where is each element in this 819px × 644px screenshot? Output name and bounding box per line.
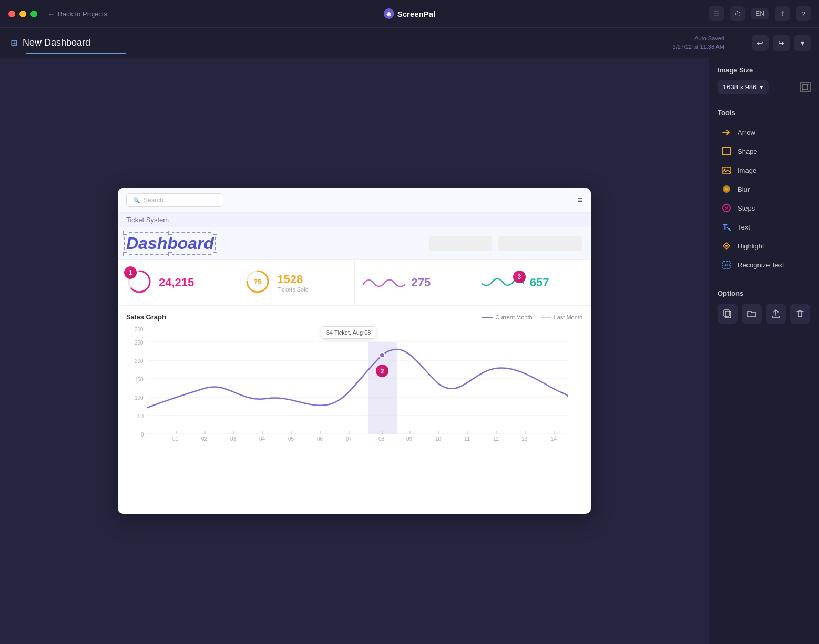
back-button[interactable]: ← Back to Projects [48,10,107,18]
tool-arrow[interactable]: Arrow [718,123,811,142]
tool-blur-label: Blur [738,185,750,193]
minimize-button[interactable] [19,11,26,17]
stat-card-4: 3 657 [473,260,591,305]
search-placeholder: Search... [144,196,169,204]
screenpal-logo: ◉ [384,8,394,19]
svg-text:AB: AB [724,263,730,267]
tool-recognize-text[interactable]: AB Recognize Text [718,255,811,274]
svg-rect-66 [724,310,729,316]
options-title: Options [718,289,811,297]
tool-highlight[interactable]: Highlight [718,236,811,255]
maximize-button[interactable] [30,11,37,17]
language-button[interactable]: EN [751,8,769,19]
svg-text:04: 04 [259,436,265,442]
svg-text:03: 03 [230,436,237,442]
open-folder-button[interactable] [742,304,762,324]
sales-graph-svg: 0 50 100 150 200 250 300 [126,326,573,442]
svg-rect-65 [725,311,731,318]
screenshot-topbar: 🔍 Search... ≡ [118,188,591,213]
tool-blur[interactable]: Blur [718,180,811,199]
dashboard-header-area: Dashboard [118,227,591,260]
autosave-label: Auto Saved [673,35,724,43]
svg-text:250: 250 [135,340,144,346]
header-actions: ↩ ↪ ▾ [752,35,811,51]
tool-steps-label: Steps [738,204,755,212]
graph-tooltip: 64 Ticket, Aug 08 [321,326,376,339]
divider-1 [718,101,811,101]
copy-button[interactable] [718,304,738,324]
resize-svg [802,84,809,91]
undo-button[interactable]: ↩ [752,35,769,51]
svg-rect-50 [802,84,807,89]
image-size-text: 1638 x 986 [723,83,756,91]
autosave-time: 9/27/22 at 11:38 AM [673,43,724,51]
legend-current: Current Month [482,314,532,320]
tooltip-text: 64 Ticket, Aug 08 [326,329,371,336]
help-icon-btn[interactable]: ? [796,6,811,21]
stat-value-1: 24,215 [159,276,194,289]
doc-icon: ⊞ [11,38,17,48]
search-icon: 🔍 [133,197,140,204]
menu-icon-btn[interactable]: ☰ [709,6,724,21]
legend-last: Last Month [541,314,582,320]
close-button[interactable] [8,11,15,17]
stat-card-1: 1 24,215 [118,260,236,305]
tool-steps[interactable]: 2 Steps [718,199,811,217]
stat-card-3: 275 [355,260,473,305]
sales-header: Sales Graph Current Month Last Month [126,313,582,321]
canvas-area[interactable]: 🔍 Search... ≡ Ticket System [0,58,709,644]
svg-text:02: 02 [201,436,208,442]
tool-text[interactable]: T Text [718,217,811,236]
legend-last-label: Last Month [554,314,582,320]
image-size-title: Image Size [718,66,811,74]
editor-header: ⊞ New Dashboard Auto Saved 9/27/22 at 11… [0,27,819,58]
svg-point-62 [725,245,728,247]
ticket-section-label: Ticket System [118,213,591,227]
shape-icon [721,146,732,157]
svg-text:09: 09 [406,436,413,442]
svg-rect-52 [722,167,731,173]
screenshot-search[interactable]: 🔍 Search... [126,193,223,207]
svg-text:50: 50 [138,413,144,419]
svg-text:08: 08 [378,436,385,442]
export-button[interactable] [766,304,786,324]
history-icon-btn[interactable]: ⏱ [730,6,745,21]
svg-point-56 [725,188,728,190]
svg-text:2: 2 [725,206,728,211]
image-size-value[interactable]: 1638 x 986 ▾ [718,80,769,94]
title-underline [26,53,126,54]
svg-text:12: 12 [493,436,499,442]
image-size-control: 1638 x 986 ▾ [718,80,811,94]
step-badge-1: 1 [124,266,137,279]
app-title: ◉ ScreenPal [384,8,436,19]
window-controls [8,11,37,17]
tool-image[interactable]: Image [718,161,811,180]
autosave-info: Auto Saved 9/27/22 at 11:38 AM [673,35,724,51]
svg-text:01: 01 [172,436,179,442]
tool-text-label: Text [738,223,750,231]
sales-title: Sales Graph [126,313,166,321]
tool-recognize-label: Recognize Text [738,261,784,269]
image-icon [721,164,732,176]
svg-text:11: 11 [464,436,470,442]
stat-value-2: 1528 [277,273,309,286]
more-options-button[interactable]: ▾ [794,35,811,51]
share-icon-btn[interactable]: ⤴ [775,6,790,21]
divider-2 [718,282,811,282]
svg-text:2: 2 [381,368,384,375]
svg-text:13: 13 [521,436,528,442]
svg-point-47 [380,352,385,358]
legend-current-line [482,317,493,318]
blur-icon [721,183,732,195]
redo-button[interactable]: ↪ [773,35,790,51]
titlebar: ← Back to Projects ◉ ScreenPal ☰ ⏱ EN ⤴ … [0,0,819,27]
delete-button[interactable] [790,304,810,324]
svg-line-61 [729,228,731,231]
resize-icon-button[interactable] [800,82,811,92]
svg-text:07: 07 [346,436,352,442]
highlight-icon [721,240,732,252]
svg-text:300: 300 [135,327,144,333]
tool-shape[interactable]: Shape [718,142,811,161]
svg-text:200: 200 [135,358,144,364]
svg-text:0: 0 [141,432,144,438]
